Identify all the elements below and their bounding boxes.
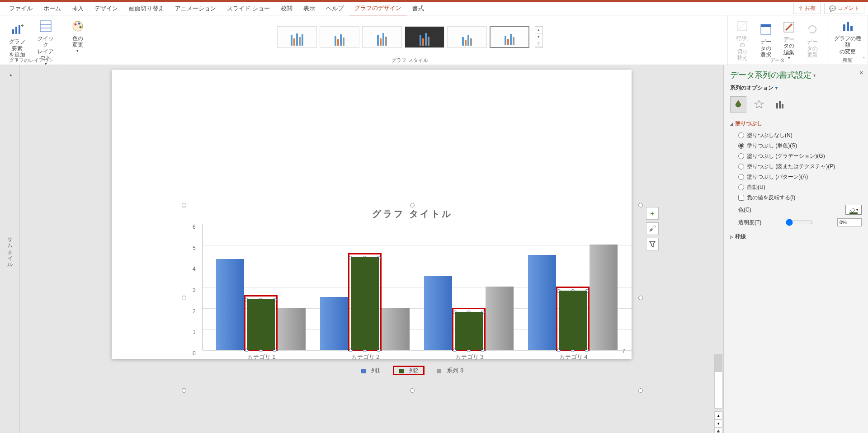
tab-review[interactable]: 校閲 xyxy=(275,2,298,15)
change-colors-button[interactable]: 色の 変更 ▾ xyxy=(68,17,88,55)
line-section-header[interactable]: 枠線 xyxy=(730,233,862,240)
tab-help[interactable]: ヘルプ xyxy=(321,2,349,15)
collapse-ribbon-button[interactable]: ˄ xyxy=(863,56,865,63)
thumbnail-panel-collapsed[interactable]: ▸ サムネイル xyxy=(0,65,20,433)
pane-close-button[interactable]: ✕ xyxy=(859,70,863,76)
chart-style-2[interactable] xyxy=(320,26,359,48)
svg-rect-2 xyxy=(19,25,20,34)
legend-item-3[interactable]: 系列 3 xyxy=(433,367,467,374)
scroll-up[interactable]: ▴ xyxy=(714,411,722,419)
bar-列2-カテゴリ 2[interactable] xyxy=(351,257,379,350)
invert-negative-check[interactable]: 負の値を反転する(I) xyxy=(730,193,862,203)
share-button[interactable]: ⇪共有 xyxy=(793,3,821,14)
tab-home[interactable]: ホーム xyxy=(38,2,66,15)
svg-rect-13 xyxy=(761,24,771,27)
style-scroll-up[interactable]: ▴ xyxy=(535,27,542,33)
bar-系列 3-カテゴリ 1[interactable] xyxy=(278,308,306,350)
tab-fill-line[interactable] xyxy=(730,96,746,113)
legend-label-2: 列2 xyxy=(409,367,418,374)
chart-handle-e[interactable] xyxy=(638,296,643,300)
fill-auto-radio[interactable]: 自動(U) xyxy=(730,182,862,193)
tab-insert[interactable]: 挿入 xyxy=(66,2,89,15)
transparency-input[interactable] xyxy=(837,218,862,226)
expand-thumbs-icon[interactable]: ▸ xyxy=(10,72,12,77)
chart-plot-area[interactable]: 0123456カテゴリ 1カテゴリ 2カテゴリ 3カテゴリ 4 xyxy=(202,224,632,350)
fill-solid-radio[interactable]: 塗りつぶし (単色)(S) xyxy=(730,141,862,151)
svg-point-7 xyxy=(73,21,83,31)
tab-chartdesign[interactable]: グラフのデザイン xyxy=(349,1,407,16)
legend-item-1[interactable]: 列1 xyxy=(358,367,384,374)
chart-style-3[interactable] xyxy=(362,26,402,48)
transparency-slider[interactable] xyxy=(786,219,813,226)
comment-icon: 💬 xyxy=(829,5,836,12)
chart-handle-se[interactable] xyxy=(638,388,643,393)
tab-series-options[interactable] xyxy=(772,96,788,113)
bar-列1-カテゴリ 3[interactable] xyxy=(424,276,452,350)
series-options-dropdown[interactable]: 系列のオプション▾ xyxy=(730,84,862,92)
bar-列2-カテゴリ 3[interactable] xyxy=(455,312,483,350)
fill-pattern-radio[interactable]: 塗りつぶし (パターン)(A) xyxy=(730,172,862,182)
chart-title[interactable]: グラフ タイトル xyxy=(184,208,641,220)
add-element-label: グラフ要素 を追加 xyxy=(6,38,28,58)
tab-file[interactable]: ファイル xyxy=(4,2,38,15)
legend-item-2[interactable]: 列2 xyxy=(393,366,425,375)
tab-animation[interactable]: アニメーション xyxy=(170,2,222,15)
fill-section-header[interactable]: 塗りつぶし xyxy=(730,120,862,127)
chart-style-5[interactable] xyxy=(447,26,487,48)
chart-style-4[interactable] xyxy=(405,26,444,48)
bar-列2-カテゴリ 4[interactable] xyxy=(559,291,587,350)
chart-filter-button[interactable] xyxy=(646,238,659,250)
edit-data-button[interactable]: データの 編集 ▾ xyxy=(778,17,800,63)
svg-rect-11 xyxy=(738,22,747,31)
bar-系列 3-カテゴリ 4[interactable] xyxy=(590,245,618,350)
fill-none-radio[interactable]: 塗りつぶしなし(N) xyxy=(730,130,862,141)
tab-format[interactable]: 書式 xyxy=(407,2,429,15)
scrollbar-thumb[interactable] xyxy=(715,355,722,372)
change-type-icon xyxy=(840,19,855,33)
chart-handle-n[interactable] xyxy=(410,203,415,207)
svg-rect-19 xyxy=(776,103,778,108)
bar-系列 3-カテゴリ 3[interactable] xyxy=(486,287,514,350)
svg-point-10 xyxy=(79,26,81,28)
chart-legend[interactable]: 列1 列2 系列 3 xyxy=(184,367,641,375)
chart-object[interactable]: ＋ 🖌 グラフ タイトル 0123456カテゴリ 1カテゴリ 2カテゴリ 3カテ… xyxy=(184,205,641,391)
fill-picture-radio[interactable]: 塗りつぶし (図またはテクスチャ)(P) xyxy=(730,161,862,172)
chart-handle-sw[interactable] xyxy=(182,388,186,393)
svg-point-9 xyxy=(78,23,80,25)
chart-styles-button[interactable]: 🖌 xyxy=(646,222,659,235)
fill-color-picker[interactable]: ▾ xyxy=(845,205,862,215)
chart-elements-button[interactable]: ＋ xyxy=(646,207,659,220)
tab-view[interactable]: 表示 xyxy=(298,2,321,15)
bar-系列 3-カテゴリ 2[interactable] xyxy=(382,308,410,350)
select-data-button[interactable]: データの 選択 xyxy=(755,17,777,63)
bar-列1-カテゴリ 2[interactable] xyxy=(320,297,348,350)
change-type-label: グラフの種類 の変更 xyxy=(834,35,861,55)
bar-列1-カテゴリ 4[interactable] xyxy=(528,255,556,350)
scroll-down[interactable]: ▾ xyxy=(714,419,722,428)
transparency-label: 透明度(T) xyxy=(738,219,761,226)
fill-gradient-radio[interactable]: 塗りつぶし (グラデーション)(G) xyxy=(730,151,862,161)
chart-handle-s[interactable] xyxy=(410,388,415,393)
vertical-scrollbar[interactable] xyxy=(714,354,722,409)
tab-slideshow[interactable]: スライド ショー xyxy=(222,2,275,15)
style-scroll-more[interactable]: ▿ xyxy=(535,40,542,47)
chart-style-1[interactable] xyxy=(277,26,317,48)
change-chart-type-button[interactable]: グラフの種類 の変更 xyxy=(831,17,864,56)
comment-button[interactable]: 💬コメント xyxy=(824,3,864,14)
chart-handle-w[interactable] xyxy=(182,296,186,300)
svg-rect-15 xyxy=(843,24,845,31)
tab-design[interactable]: デザイン xyxy=(89,2,123,15)
quick-layout-icon xyxy=(38,19,53,33)
svg-text:+: + xyxy=(21,23,24,29)
slide-canvas[interactable]: ＋ 🖌 グラフ タイトル 0123456カテゴリ 1カテゴリ 2カテゴリ 3カテ… xyxy=(112,70,632,359)
style-scroll-down[interactable]: ▾ xyxy=(535,33,542,40)
prev-slide[interactable]: ≙ xyxy=(714,428,722,433)
bar-列2-カテゴリ 1[interactable] xyxy=(247,299,275,350)
group-chart-style-label: グラフ スタイル xyxy=(92,57,727,64)
chart-handle-ne[interactable] xyxy=(638,203,643,207)
chart-style-6[interactable] xyxy=(490,26,529,48)
chart-handle-nw[interactable] xyxy=(182,203,186,207)
tab-effects[interactable] xyxy=(751,96,767,113)
tab-transition[interactable]: 画面切り替え xyxy=(123,2,170,15)
bar-列1-カテゴリ 1[interactable] xyxy=(216,259,244,350)
